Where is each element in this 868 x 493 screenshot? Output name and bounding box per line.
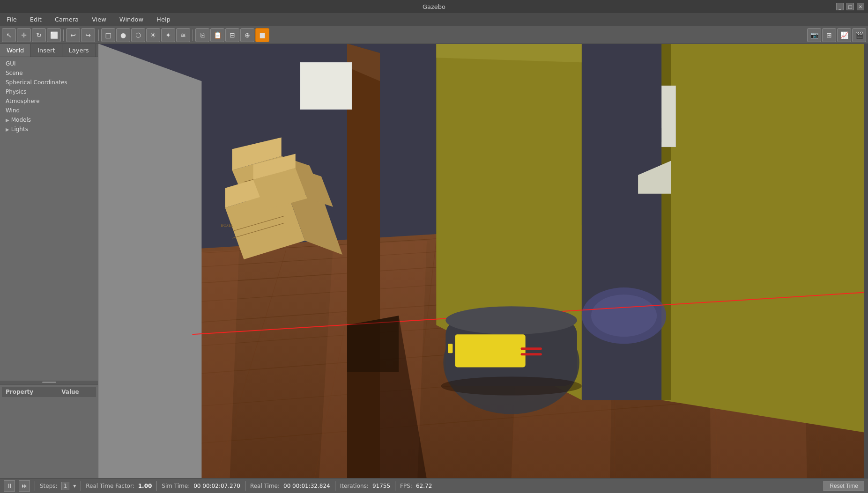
value-column-label: Value [61, 389, 79, 395]
maximize-button[interactable]: □ [846, 3, 854, 10]
svg-rect-63 [448, 344, 453, 353]
redo-button[interactable]: ↪ [81, 28, 95, 42]
toolbar-separator-3 [193, 29, 193, 41]
steps-label: Steps: [40, 483, 58, 489]
tree-item-physics-label: Physics [6, 88, 26, 95]
tab-world[interactable]: World [0, 44, 31, 57]
tree-item-spherical[interactable]: Spherical Coordinates [0, 78, 98, 87]
svg-rect-60 [455, 334, 525, 367]
titlebar: Gazebo _ □ ✕ [0, 0, 868, 13]
real-time-factor-value: 1.00 [138, 483, 152, 489]
pause-button[interactable]: ⏸ [4, 480, 15, 492]
box-button[interactable]: □ [101, 28, 115, 42]
cylinder-button[interactable]: ⬡ [131, 28, 145, 42]
tab-insert[interactable]: Insert [31, 44, 62, 57]
main-layout: World Insert Layers GUI Scene Spherical … [0, 44, 868, 478]
left-panel: World Insert Layers GUI Scene Spherical … [0, 44, 98, 478]
spotlines-button[interactable]: ≋ [176, 28, 190, 42]
real-time-factor-label: Real Time Factor: [86, 483, 134, 489]
menu-help[interactable]: Help [154, 15, 173, 24]
svg-marker-25 [98, 44, 201, 478]
tree-item-scene-label: Scene [6, 70, 23, 76]
tree-item-atmosphere-label: Atmosphere [6, 98, 40, 104]
menu-edit[interactable]: Edit [27, 15, 45, 24]
toolbar-separator-2 [98, 29, 99, 41]
close-button[interactable]: ✕ [857, 3, 864, 10]
svg-marker-31 [661, 44, 868, 433]
screenshot-button[interactable]: 📷 [807, 28, 821, 42]
sim-time-label: Sim Time: [162, 483, 190, 489]
real-time-value: 00 00:01:32.824 [283, 483, 330, 489]
translate-tool-button[interactable]: ✛ [17, 28, 31, 42]
tree-item-gui[interactable]: GUI [0, 59, 98, 68]
scale-tool-button[interactable]: ⬜ [47, 28, 61, 42]
tab-bar: World Insert Layers [0, 44, 98, 57]
property-panel: Property Value [0, 384, 98, 478]
menu-window[interactable]: Window [117, 15, 146, 24]
3d-scene: BOXEL [98, 44, 868, 478]
tree-item-lights-label: Lights [11, 126, 28, 132]
tree-item-wind[interactable]: Wind [0, 106, 98, 115]
property-column-label: Property [6, 389, 33, 395]
steps-value: 1 [61, 482, 70, 490]
copy-button[interactable]: ⎘ [195, 28, 209, 42]
app-title: Gazebo [423, 3, 445, 10]
lights-expand-icon: ▶ [6, 127, 9, 132]
svg-point-39 [591, 294, 657, 337]
statusbar-separator-4 [245, 481, 245, 491]
svg-rect-33 [300, 62, 352, 109]
real-time-label: Real Time: [250, 483, 280, 489]
panel-resize-handle[interactable] [0, 381, 98, 384]
paste-button[interactable]: 📋 [210, 28, 224, 42]
menu-view[interactable]: View [89, 15, 109, 24]
svg-text:BOXEL: BOXEL [221, 223, 233, 228]
sphere-button[interactable]: ● [116, 28, 130, 42]
sim-time-value: 00 00:02:07.270 [193, 483, 240, 489]
snap-button[interactable]: ⊕ [240, 28, 254, 42]
steps-arrow[interactable]: ▾ [73, 483, 76, 489]
tree-item-spherical-label: Spherical Coordinates [6, 79, 67, 86]
tree-item-wind-label: Wind [6, 107, 20, 114]
resize-handle-indicator [42, 382, 56, 383]
menubar: File Edit Camera View Window Help [0, 13, 868, 26]
svg-rect-61 [521, 347, 542, 350]
select-tool-button[interactable]: ↖ [2, 28, 16, 42]
fps-value: 62.72 [416, 483, 432, 489]
video-button[interactable]: 🎬 [852, 28, 866, 42]
step-button[interactable]: ⏭ [19, 480, 30, 492]
fps-label: FPS: [400, 483, 412, 489]
pointlight-button[interactable]: ✦ [161, 28, 175, 42]
tab-layers[interactable]: Layers [62, 44, 96, 57]
menu-file[interactable]: File [4, 15, 20, 24]
tree-item-models-label: Models [11, 117, 31, 123]
tree-item-lights[interactable]: ▶ Lights [0, 125, 98, 134]
plot-button[interactable]: 📈 [837, 28, 851, 42]
color-button[interactable]: ■ [255, 28, 269, 42]
tree-item-scene[interactable]: Scene [0, 68, 98, 78]
sunlight-button[interactable]: ☀ [146, 28, 160, 42]
right-scrollbar[interactable] [864, 44, 868, 478]
iterations-value: 91755 [372, 483, 390, 489]
statusbar-separator-5 [335, 481, 335, 491]
svg-marker-37 [582, 44, 661, 400]
statusbar-separator-3 [156, 481, 157, 491]
tree-item-physics[interactable]: Physics [0, 87, 98, 96]
svg-point-64 [441, 376, 582, 395]
viewport[interactable]: BOXEL [98, 44, 868, 478]
tree-item-models[interactable]: ▶ Models [0, 115, 98, 125]
undo-button[interactable]: ↩ [66, 28, 80, 42]
toolbar: ↖ ✛ ↻ ⬜ ↩ ↪ □ ● ⬡ ☀ ✦ ≋ ⎘ 📋 ⊟ ⊕ ■ 📷 ⊞ 📈 … [0, 26, 868, 44]
record-button[interactable]: ⊞ [822, 28, 836, 42]
statusbar-separator-2 [81, 481, 81, 491]
menu-camera[interactable]: Camera [52, 15, 82, 24]
statusbar-separator-6 [395, 481, 395, 491]
statusbar: ⏸ ⏭ Steps: 1 ▾ Real Time Factor: 1.00 Si… [0, 478, 868, 493]
reset-time-button[interactable]: Reset Time [823, 481, 864, 491]
world-tree: GUI Scene Spherical Coordinates Physics … [0, 57, 98, 381]
tree-item-atmosphere[interactable]: Atmosphere [0, 96, 98, 106]
minimize-button[interactable]: _ [836, 3, 844, 10]
tree-item-gui-label: GUI [6, 60, 16, 67]
rotate-tool-button[interactable]: ↻ [32, 28, 46, 42]
align-button[interactable]: ⊟ [225, 28, 239, 42]
titlebar-controls[interactable]: _ □ ✕ [836, 3, 864, 10]
